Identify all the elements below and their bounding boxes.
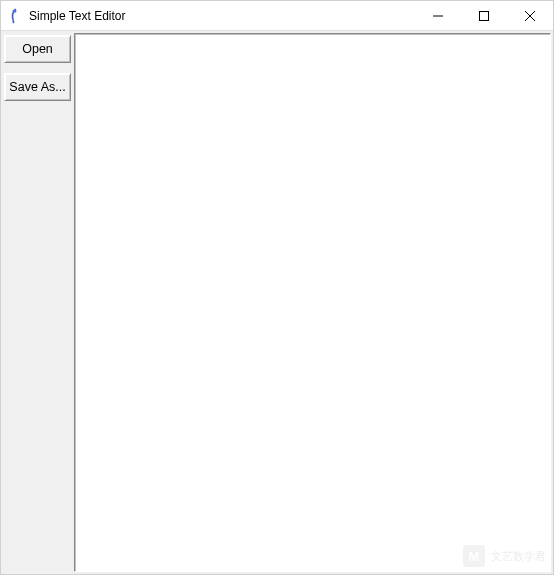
titlebar: Simple Text Editor xyxy=(1,1,553,31)
editor-container xyxy=(74,31,553,574)
window-controls xyxy=(415,1,553,30)
save-as-button[interactable]: Save As... xyxy=(4,73,71,101)
app-icon xyxy=(7,8,23,24)
close-button[interactable] xyxy=(507,1,553,30)
open-button[interactable]: Open xyxy=(4,35,71,63)
svg-point-0 xyxy=(13,9,17,12)
svg-rect-2 xyxy=(480,11,489,20)
text-editor[interactable] xyxy=(74,33,551,572)
minimize-button[interactable] xyxy=(415,1,461,30)
app-window: Simple Text Editor Open Save As... xyxy=(0,0,554,575)
maximize-button[interactable] xyxy=(461,1,507,30)
window-title: Simple Text Editor xyxy=(29,9,415,23)
sidebar: Open Save As... xyxy=(1,31,74,574)
content-area: Open Save As... xyxy=(1,31,553,574)
